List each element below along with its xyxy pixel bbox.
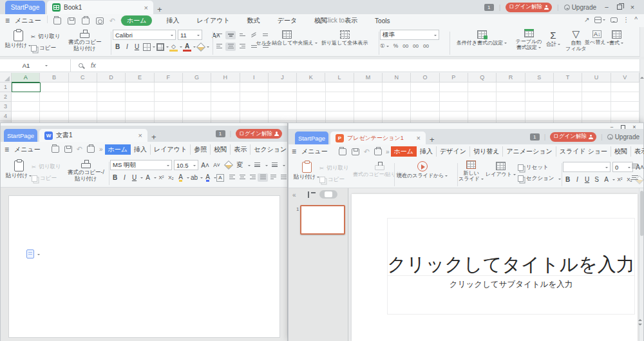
et-restore-button[interactable] xyxy=(617,5,622,10)
toolbar-overflow-icon[interactable]: » xyxy=(99,146,103,153)
et-tab-data[interactable]: データ xyxy=(274,15,300,26)
wpp-copy-button[interactable]: コピー xyxy=(319,175,349,184)
wpp-italic-button[interactable]: I xyxy=(573,175,582,184)
select-all-corner[interactable] xyxy=(0,73,12,83)
column-header-C[interactable]: C xyxy=(69,73,97,83)
wpp-bold-button[interactable]: B xyxy=(563,175,573,184)
open-icon[interactable] xyxy=(52,146,59,153)
wps-phonetic-button[interactable]: 変 xyxy=(235,161,245,170)
column-header-F[interactable]: F xyxy=(155,73,183,83)
formula-input[interactable] xyxy=(96,59,644,72)
workspace-icon[interactable] xyxy=(594,17,601,23)
column-header-H[interactable]: H xyxy=(211,73,240,83)
wps-superscript-button[interactable]: X² xyxy=(156,173,166,182)
undo-icon[interactable]: ↶ xyxy=(364,148,370,156)
wpp-tab-insert[interactable]: 挿入 xyxy=(417,146,437,157)
wps-numbering-button[interactable] xyxy=(270,161,279,170)
function-search-icon[interactable] xyxy=(79,63,83,68)
et-search-box[interactable]: Click to f... xyxy=(316,17,354,24)
wps-tab-section[interactable]: セクション xyxy=(251,144,290,155)
et-name-box[interactable]: A1 xyxy=(0,59,71,72)
et-tab-layout[interactable]: レイアウト xyxy=(193,15,232,26)
undo-icon[interactable]: ↶ xyxy=(77,145,82,153)
et-tab-startpage[interactable]: StartPage xyxy=(5,1,45,14)
wps-copy-button[interactable]: コピー xyxy=(32,173,61,183)
et-font-color-button[interactable]: A xyxy=(182,42,192,52)
wps-tab-insert[interactable]: 挿入 xyxy=(131,144,151,155)
save-icon[interactable] xyxy=(64,146,72,153)
wps-tab-startpage[interactable]: StartPage xyxy=(4,129,37,142)
wps-tab-document[interactable]: W 文書1 × xyxy=(39,129,147,142)
collapse-ribbon-icon[interactable]: ^ xyxy=(634,16,638,23)
column-header-A[interactable]: A xyxy=(12,73,40,83)
et-underline-button[interactable]: U xyxy=(132,42,142,52)
et-sort-button[interactable]: A↓ 並べ替え xyxy=(585,30,609,46)
wpp-play-button[interactable]: 現在のスライドから xyxy=(397,161,448,179)
wps-new-tab-button[interactable]: + xyxy=(147,132,160,142)
column-header-K[interactable]: K xyxy=(297,73,325,83)
scroll-up-icon[interactable] xyxy=(640,75,644,79)
wpp-tab-review[interactable]: 校閲 xyxy=(611,146,631,157)
wpp-tab-slideshow[interactable]: スライド ショー xyxy=(556,146,611,157)
column-header-E[interactable]: E xyxy=(126,73,154,83)
et-font-select[interactable]: Calibri xyxy=(113,30,176,40)
wps-tab-review[interactable]: 校閲 xyxy=(211,144,231,155)
wps-font-shrink-button[interactable]: A˅ xyxy=(212,161,222,170)
wpp-logout-button[interactable]: ログイン解除 xyxy=(550,132,596,142)
wpp-tab-startpage[interactable]: StartPage xyxy=(295,132,328,144)
wps-logout-button[interactable]: ログイン解除 xyxy=(236,129,282,139)
wpp-reset-button[interactable]: リセット xyxy=(518,163,561,172)
column-header-B[interactable]: B xyxy=(40,73,68,83)
et-tab-close-icon[interactable]: × xyxy=(144,4,148,12)
wpp-tab-close-icon[interactable]: × xyxy=(417,134,421,142)
row-header-2[interactable]: 2 xyxy=(0,92,11,102)
wpp-align-button[interactable] xyxy=(630,174,640,182)
wpp-section-button[interactable]: セクション xyxy=(518,174,561,183)
et-wrap-text-button[interactable]: 折り返して全体表示 xyxy=(316,30,374,46)
column-header-Q[interactable]: Q xyxy=(468,73,497,83)
wps-highlight-button[interactable]: A xyxy=(176,173,185,182)
save-icon[interactable] xyxy=(68,17,75,24)
wps-font-enlarge-button[interactable]: A˄ xyxy=(200,161,210,170)
wps-page[interactable] xyxy=(8,195,280,338)
slide-editing-area[interactable]: クリックしてタイトルを入力 クリックしてサブタイトルを入力 xyxy=(352,194,638,341)
et-format-button[interactable]: 書式 xyxy=(609,30,623,46)
wpp-upgrade-button[interactable]: Upgrade xyxy=(607,133,639,141)
column-header-M[interactable]: M xyxy=(354,73,383,83)
title-placeholder[interactable]: クリックしてタイトルを入力 xyxy=(387,218,635,276)
wpp-font-select[interactable] xyxy=(563,162,611,172)
et-italic-button[interactable]: I xyxy=(122,42,132,52)
outline-view-icon[interactable] xyxy=(308,191,316,198)
increase-decimal-button[interactable]: 00 xyxy=(413,43,419,49)
wpp-font-color-button[interactable]: A xyxy=(601,175,611,184)
fx-icon[interactable]: fx xyxy=(91,62,96,69)
slide-view-toggle[interactable] xyxy=(319,190,337,199)
open-icon[interactable] xyxy=(53,17,61,24)
next-slide-icon[interactable] xyxy=(638,324,642,327)
et-new-tab-button[interactable]: + xyxy=(153,5,166,14)
column-header-G[interactable]: G xyxy=(183,73,211,83)
wps-justify-button[interactable] xyxy=(258,173,268,182)
wpp-bullets-button[interactable] xyxy=(630,162,640,171)
save-icon[interactable] xyxy=(352,148,359,155)
wpp-superscript-button[interactable]: X² xyxy=(615,175,625,184)
et-clear-format-button[interactable] xyxy=(196,42,205,52)
previous-slide-icon[interactable] xyxy=(638,317,642,321)
et-cellstyle-button[interactable] xyxy=(155,42,165,52)
wps-italic-button[interactable]: I xyxy=(120,173,129,182)
wps-cut-button[interactable]: ✂切り取り xyxy=(32,162,61,171)
wps-strikethrough-button[interactable]: ab xyxy=(189,173,199,182)
wps-char-shading-button[interactable]: A xyxy=(216,174,224,182)
et-sum-button[interactable]: Σ 合計 xyxy=(546,30,560,47)
active-cell-a1[interactable] xyxy=(12,83,41,92)
et-tab-insert[interactable]: 挿入 xyxy=(163,15,182,26)
wps-tab-close-icon[interactable]: × xyxy=(138,132,142,139)
align-left-button[interactable] xyxy=(214,43,224,51)
column-header-V[interactable]: V xyxy=(611,73,639,83)
et-fill-color-button[interactable]: ◇ xyxy=(169,42,178,52)
wps-bullets-button[interactable] xyxy=(252,161,262,170)
wps-fontsize-select[interactable]: 10.5 xyxy=(174,160,198,170)
wpp-tab-animation[interactable]: アニメーション xyxy=(503,146,556,157)
wps-tab-view[interactable]: 表示 xyxy=(231,144,251,155)
subtitle-placeholder[interactable]: クリックしてサブタイトルを入力 xyxy=(387,276,635,315)
